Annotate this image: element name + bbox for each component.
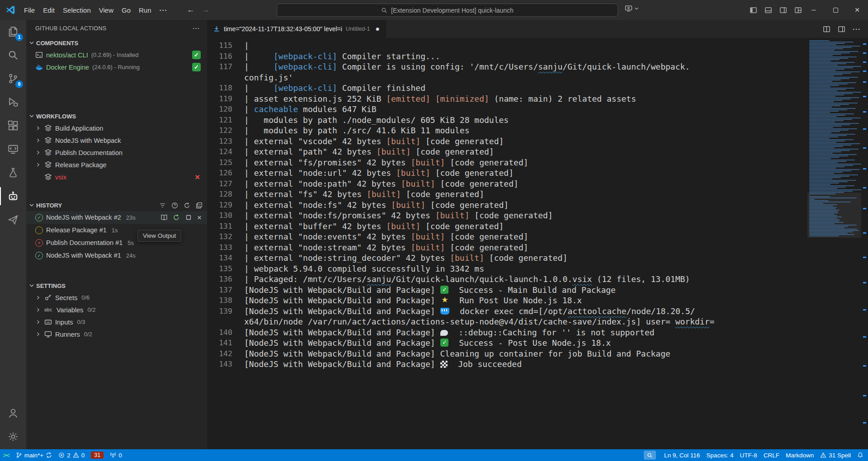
activity-run-debug[interactable]: [0, 90, 26, 114]
cast-icon: [625, 5, 632, 12]
section-header-components[interactable]: COMPONENTS: [26, 37, 207, 49]
sidebar-more-actions[interactable]: ···: [193, 25, 200, 32]
problems-item[interactable]: 2 0: [55, 449, 88, 461]
checkbox-checked-icon[interactable]: ✓: [192, 63, 201, 71]
workflow-item-error[interactable]: vsix×: [26, 171, 207, 183]
tab-untitled-1[interactable]: time="2024-11-17T18:32:43-05:00" level=i…: [207, 20, 386, 38]
minimap-line: [809, 122, 835, 122]
error-count: 2: [67, 452, 71, 459]
menu-file[interactable]: File: [20, 5, 39, 16]
workflow-item[interactable]: Build Application: [26, 122, 207, 134]
close-button[interactable]: ×: [846, 0, 868, 20]
activity-search[interactable]: [0, 43, 26, 67]
settings-item-runners[interactable]: Runners0/2: [26, 328, 207, 340]
problems-badge-item[interactable]: 31: [88, 449, 107, 461]
collapse-all-icon[interactable]: [196, 202, 203, 209]
close-icon[interactable]: ×: [197, 214, 202, 221]
toggle-panel-icon[interactable]: [764, 6, 772, 14]
language-text: Markdown: [786, 452, 814, 459]
activity-deploy[interactable]: [0, 208, 26, 231]
editor-group: time="2024-11-17T18:32:43-05:00" level=i…: [207, 20, 868, 449]
refresh-icon[interactable]: [184, 202, 190, 209]
minimap-line: [809, 128, 857, 129]
activity-github-local-actions[interactable]: [0, 184, 26, 208]
forward-arrow-icon[interactable]: →: [202, 5, 210, 14]
toggle-secondary-sidebar-icon[interactable]: [779, 6, 787, 14]
customize-layout-icon[interactable]: [794, 6, 802, 14]
history-item[interactable]: ✓NodeJS with Webpack #124s: [26, 249, 207, 262]
code-line: 140[NodeJS with Webpack/Build and Packag…: [207, 327, 807, 338]
view-output-icon[interactable]: [160, 214, 168, 221]
component-item[interactable]: Docker Engine(24.0.6) - Running✓: [26, 61, 207, 73]
workflow-item[interactable]: Publish Documentation: [26, 146, 207, 159]
branch-item[interactable]: main*+: [13, 449, 55, 461]
menu-selection[interactable]: Selection: [59, 5, 95, 16]
scm-badge: 9: [15, 80, 23, 88]
activity-source-control[interactable]: 9: [0, 67, 26, 90]
command-center-search[interactable]: [Extension Development Host] quick-launc…: [277, 4, 618, 17]
eol[interactable]: CRLF: [760, 449, 783, 461]
settings-item-inputs[interactable]: Inputs0/3: [26, 316, 207, 328]
account-icon: [8, 408, 19, 419]
layout-icon[interactable]: [838, 25, 845, 33]
activity-remote-explorer[interactable]: [0, 137, 26, 161]
menu-more[interactable]: ···: [156, 5, 172, 16]
spell-checker[interactable]: 31 Spell: [817, 449, 854, 461]
activity-extensions[interactable]: [0, 114, 26, 137]
history-item[interactable]: ✓NodeJS with Webpack #223s×: [26, 211, 207, 224]
menu-edit[interactable]: Edit: [39, 5, 59, 16]
code-line: 131| external "buffer" 42 bytes [built] …: [207, 221, 807, 232]
menu-view[interactable]: View: [95, 5, 118, 16]
maximize-icon: [833, 8, 838, 13]
maximize-button[interactable]: [825, 0, 846, 20]
minimap-line: [809, 191, 853, 192]
remote-icon: ><: [3, 452, 10, 459]
line-number: 130: [207, 210, 244, 221]
more-actions-icon[interactable]: ···: [853, 25, 861, 33]
back-arrow-icon[interactable]: ←: [187, 5, 195, 14]
history-name: Publish Documentation #1: [46, 239, 123, 246]
minimize-button[interactable]: ─: [803, 0, 825, 20]
workflows-spacer: [26, 183, 207, 199]
activity-testing[interactable]: [0, 161, 26, 184]
component-item[interactable]: nektos/act CLI(0.2.69) - Installed✓: [26, 49, 207, 61]
menu-go[interactable]: Go: [118, 5, 135, 16]
workflow-item[interactable]: Release Package: [26, 159, 207, 171]
menu-run[interactable]: Run: [135, 5, 156, 16]
code-area[interactable]: 115|116| [webpack-cli] Compiler starting…: [207, 38, 807, 449]
minimap-line: [809, 149, 859, 150]
section-header-settings[interactable]: SETTINGS: [26, 280, 207, 292]
section-header-workflows[interactable]: WORKFLOWS: [26, 110, 207, 122]
minimap-line: [809, 211, 838, 212]
minimap[interactable]: [807, 38, 861, 449]
settings-item-secrets[interactable]: Secrets0/6: [26, 292, 207, 304]
section-header-history[interactable]: HISTORY: [26, 199, 207, 211]
indentation[interactable]: Spaces: 4: [703, 449, 736, 461]
settings-button[interactable]: [0, 425, 26, 448]
rerun-icon[interactable]: [173, 214, 180, 221]
settings-item-variables[interactable]: abcVariables0/2: [26, 304, 207, 316]
minimap-line: [809, 169, 860, 170]
toggle-sidebar-icon[interactable]: [750, 6, 757, 14]
help-icon[interactable]: [171, 202, 178, 209]
remote-indicator[interactable]: ><: [0, 449, 13, 461]
filter-icon[interactable]: [159, 202, 166, 209]
screencast-item[interactable]: [639, 449, 661, 461]
language-mode[interactable]: Markdown: [783, 449, 817, 461]
remote-window-control[interactable]: [625, 5, 639, 12]
minimap-line: [809, 173, 834, 174]
split-editor-icon[interactable]: [823, 25, 830, 33]
minimap-line: [809, 184, 830, 185]
close-icon[interactable]: ×: [195, 173, 200, 181]
activity-explorer[interactable]: 1: [0, 20, 26, 43]
stop-icon[interactable]: [185, 214, 192, 221]
chevron-right-icon: [35, 331, 41, 337]
cursor-position[interactable]: Ln 9, Col 116: [661, 449, 703, 461]
encoding[interactable]: UTF-8: [736, 449, 760, 461]
workflow-item[interactable]: NodeJS with Webpack: [26, 134, 207, 146]
notifications[interactable]: [854, 449, 868, 461]
checkbox-checked-icon[interactable]: ✓: [192, 51, 201, 59]
ports-item[interactable]: 0: [107, 449, 125, 461]
accounts-button[interactable]: [0, 401, 26, 425]
modified-dot-icon[interactable]: ●: [375, 25, 380, 33]
